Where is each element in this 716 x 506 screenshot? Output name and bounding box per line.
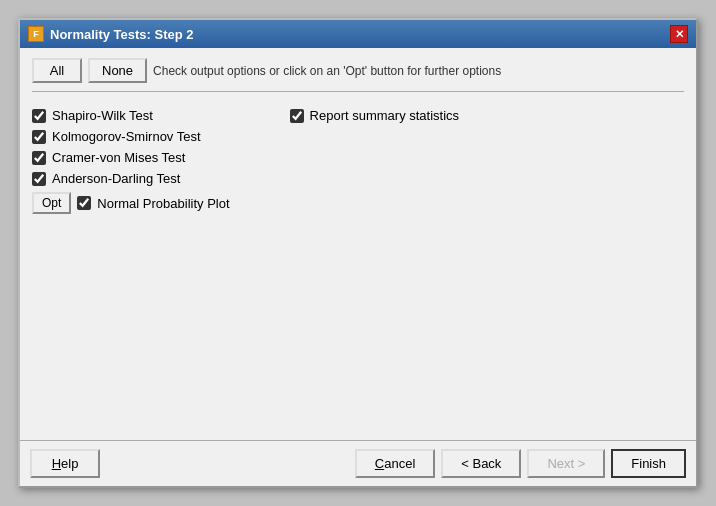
dialog-title: Normality Tests: Step 2 — [50, 27, 194, 42]
dialog-window: F Normality Tests: Step 2 ✕ All None Che… — [18, 18, 698, 488]
opt-row-normal-prob: Opt Normal Probability Plot — [32, 190, 230, 216]
help-button[interactable]: Help — [30, 449, 100, 478]
label-report-summary: Report summary statistics — [310, 108, 460, 123]
app-icon: F — [28, 26, 44, 42]
label-shapiro-wilk: Shapiro-Wilk Test — [52, 108, 153, 123]
checkbox-shapiro-wilk[interactable] — [32, 109, 46, 123]
checkbox-report-summary[interactable] — [290, 109, 304, 123]
none-button[interactable]: None — [88, 58, 147, 83]
checkbox-row-cramer: Cramer-von Mises Test — [32, 148, 230, 167]
label-kolmogorov: Kolmogorov-Smirnov Test — [52, 129, 201, 144]
checkbox-anderson[interactable] — [32, 172, 46, 186]
cancel-button[interactable]: Cancel — [355, 449, 435, 478]
checkbox-normal-prob[interactable] — [77, 196, 91, 210]
label-normal-prob: Normal Probability Plot — [97, 196, 229, 211]
button-bar: Help Cancel < Back Next > Finish — [20, 440, 696, 486]
back-button[interactable]: < Back — [441, 449, 521, 478]
dialog-body: All None Check output options or click o… — [20, 48, 696, 440]
title-bar-left: F Normality Tests: Step 2 — [28, 26, 194, 42]
opt-button[interactable]: Opt — [32, 192, 71, 214]
label-cramer: Cramer-von Mises Test — [52, 150, 185, 165]
next-button[interactable]: Next > — [527, 449, 605, 478]
close-button[interactable]: ✕ — [670, 25, 688, 43]
hint-text: Check output options or click on an 'Opt… — [153, 64, 501, 78]
checkbox-row-anderson: Anderson-Darling Test — [32, 169, 230, 188]
options-right: Report summary statistics — [290, 106, 460, 268]
options-area: Shapiro-Wilk Test Kolmogorov-Smirnov Tes… — [32, 106, 684, 268]
checkbox-row-report: Report summary statistics — [290, 106, 460, 125]
finish-button[interactable]: Finish — [611, 449, 686, 478]
label-anderson: Anderson-Darling Test — [52, 171, 180, 186]
checkbox-row-shapiro: Shapiro-Wilk Test — [32, 106, 230, 125]
all-button[interactable]: All — [32, 58, 82, 83]
button-bar-left: Help — [30, 449, 100, 478]
button-bar-right: Cancel < Back Next > Finish — [355, 449, 686, 478]
top-bar: All None Check output options or click o… — [32, 58, 684, 92]
checkbox-row-kolmogorov: Kolmogorov-Smirnov Test — [32, 127, 230, 146]
options-left: Shapiro-Wilk Test Kolmogorov-Smirnov Tes… — [32, 106, 230, 268]
title-bar: F Normality Tests: Step 2 ✕ — [20, 20, 696, 48]
checkbox-kolmogorov[interactable] — [32, 130, 46, 144]
checkbox-cramer[interactable] — [32, 151, 46, 165]
